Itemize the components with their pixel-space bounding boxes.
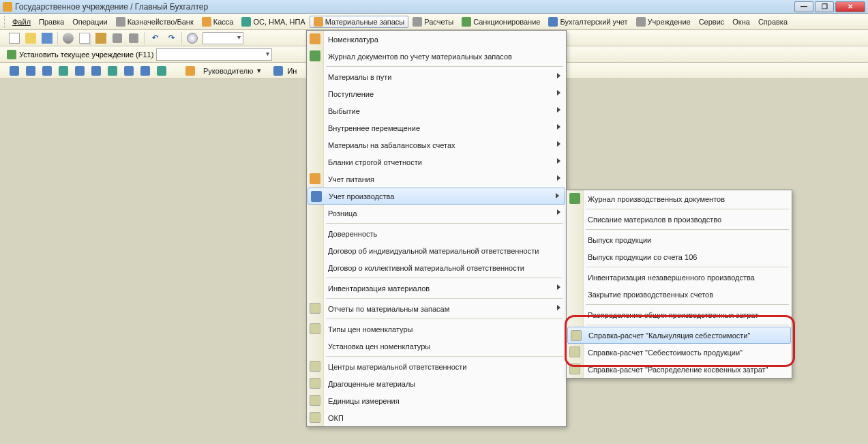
menu-treasury[interactable]: Казначейство/Банк: [112, 16, 198, 28]
menu-item[interactable]: Единицы измерения: [307, 392, 566, 409]
submenu-arrow-icon: [557, 209, 560, 215]
print2-button[interactable]: [128, 32, 140, 44]
green-icon: [310, 50, 320, 61]
menu-item[interactable]: Справка-расчет "Себестоимость продукции": [567, 344, 792, 361]
menu-item[interactable]: Материалы на забалансовых счетах: [307, 136, 566, 153]
redo-button[interactable]: ↷: [165, 32, 177, 44]
menu-file[interactable]: Файл: [8, 16, 35, 27]
search-button[interactable]: [186, 32, 198, 44]
search-combo[interactable]: [203, 32, 243, 44]
menu-item-label: Установка цен номенклатуры: [328, 342, 430, 351]
box-icon: [314, 17, 323, 27]
menu-service[interactable]: Сервис: [695, 16, 729, 27]
menu-separator: [586, 325, 789, 325]
menu-item[interactable]: Распределение общих производственных зат…: [567, 306, 792, 323]
window-controls: — ❐ ✕: [793, 1, 865, 12]
save-button[interactable]: [41, 32, 53, 44]
menu-item[interactable]: Установка цен номенклатуры: [307, 338, 566, 355]
menu-item[interactable]: Номенклатура: [307, 31, 566, 48]
menu-item[interactable]: Договор о коллективной материальной отве…: [307, 259, 566, 276]
menu-separator: [586, 229, 789, 230]
menu-item-label: Учет производства: [329, 192, 394, 201]
menu-windows[interactable]: Окна: [728, 16, 754, 27]
fmt1-button[interactable]: [8, 65, 20, 77]
menu-institution[interactable]: Учреждение: [632, 16, 695, 28]
menu-item[interactable]: Центры материальной ответственности: [307, 358, 566, 375]
menu-item-label: Списание материалов в производство: [588, 216, 721, 224]
menu-item-label: Отчеты по материальным запасам: [328, 305, 449, 313]
menu-item[interactable]: Драгоценные материалы: [307, 375, 566, 392]
cut-button[interactable]: [62, 32, 74, 44]
menu-item-label: Доверенность: [328, 230, 377, 238]
menu-item[interactable]: Отчеты по материальным запасам: [307, 300, 566, 317]
submenu-arrow-icon: [557, 284, 560, 290]
close-button[interactable]: ✕: [835, 1, 865, 12]
open-button[interactable]: [25, 32, 37, 44]
menu-help[interactable]: Справка: [754, 16, 792, 27]
fmt6-button[interactable]: [90, 65, 102, 77]
menu-accounting[interactable]: Бухгалтерский учет: [544, 16, 631, 28]
table-icon: [75, 66, 85, 76]
menu-item[interactable]: Журнал документов по учету материальных …: [307, 48, 566, 65]
menu-item[interactable]: Розница: [307, 205, 566, 222]
menu-item[interactable]: Списание материалов в производство: [567, 211, 792, 228]
fmt9-button[interactable]: [139, 65, 151, 77]
menu-item[interactable]: Справка-расчет "Распределение косвенных …: [567, 361, 792, 378]
new-button[interactable]: [8, 32, 20, 44]
undo-button[interactable]: ↶: [149, 32, 161, 44]
grip-icon: [4, 16, 7, 28]
submenu-arrow-icon: [557, 73, 560, 78]
clipboard-icon: [95, 33, 106, 44]
menu-item[interactable]: Справка-расчет "Калькуляция себестоимост…: [567, 327, 791, 344]
menu-inventory[interactable]: Материальные запасы: [310, 16, 409, 28]
fmt7-button[interactable]: [106, 65, 119, 77]
menu-item[interactable]: Учет питания: [307, 171, 566, 188]
copy-button[interactable]: [78, 32, 91, 44]
in-label: Ин: [287, 67, 297, 75]
menu-item[interactable]: Инвентаризация материалов: [307, 280, 566, 297]
menu-calc[interactable]: Расчеты: [408, 16, 458, 28]
menu-edit[interactable]: Правка: [35, 16, 68, 27]
maximize-button[interactable]: ❐: [815, 1, 834, 12]
table-icon: [10, 66, 19, 76]
menu-os[interactable]: ОС, НМА, НПА: [237, 16, 309, 28]
manager-button[interactable]: Руководителю▾: [199, 65, 265, 76]
report-icon: [310, 361, 320, 372]
menu-item[interactable]: Договор об индивидуальной материальной о…: [307, 242, 566, 259]
print-button[interactable]: [111, 32, 123, 44]
fmt10-button[interactable]: [155, 65, 168, 77]
paste-button[interactable]: [95, 32, 107, 44]
institution-combo[interactable]: [156, 48, 272, 61]
menu-item-label: Справка-расчет "Калькуляция себестоимост…: [588, 331, 750, 340]
disk-icon: [42, 33, 53, 44]
fmt5-button[interactable]: [74, 65, 86, 77]
fmt2-button[interactable]: [25, 65, 37, 77]
menu-item[interactable]: Учет производства: [308, 188, 565, 205]
menu-item[interactable]: Выпуск продукции: [567, 231, 792, 248]
menu-separator: [326, 223, 563, 224]
menu-item[interactable]: Доверенность: [307, 225, 566, 242]
menu-item[interactable]: Типы цен номенклатуры: [307, 321, 566, 338]
menu-item[interactable]: Закрытие производственных счетов: [567, 286, 792, 303]
menu-operations[interactable]: Операции: [68, 16, 111, 27]
fmt8-button[interactable]: [123, 65, 135, 77]
menu-item[interactable]: Материалы в пути: [307, 68, 566, 85]
fmt3-button[interactable]: [41, 65, 53, 77]
menu-item-label: Справка-расчет "Себестоимость продукции": [588, 349, 743, 357]
menu-item[interactable]: Поступление: [307, 85, 566, 102]
menu-item[interactable]: Инвентаризация незавершенного производст…: [567, 269, 792, 286]
menu-separator: [586, 267, 789, 267]
menu-item[interactable]: Внутреннее перемещение: [307, 119, 566, 136]
menu-item-label: Учет питания: [328, 175, 374, 183]
menu-item[interactable]: Выпуск продукции со счета 106: [567, 248, 792, 265]
minimize-button[interactable]: —: [794, 1, 813, 12]
menu-sanction[interactable]: Санкционирование: [458, 16, 544, 28]
search-icon: [187, 33, 198, 44]
menu-item[interactable]: Бланки строгой отчетности: [307, 153, 566, 171]
fmt4-button[interactable]: [57, 65, 70, 77]
menu-item[interactable]: Выбытие: [307, 102, 566, 119]
menu-item[interactable]: ОКП: [307, 409, 566, 426]
menu-item[interactable]: Журнал производственных документов: [567, 190, 792, 207]
menu-cash[interactable]: Касса: [198, 16, 238, 28]
orange-icon: [310, 173, 320, 184]
